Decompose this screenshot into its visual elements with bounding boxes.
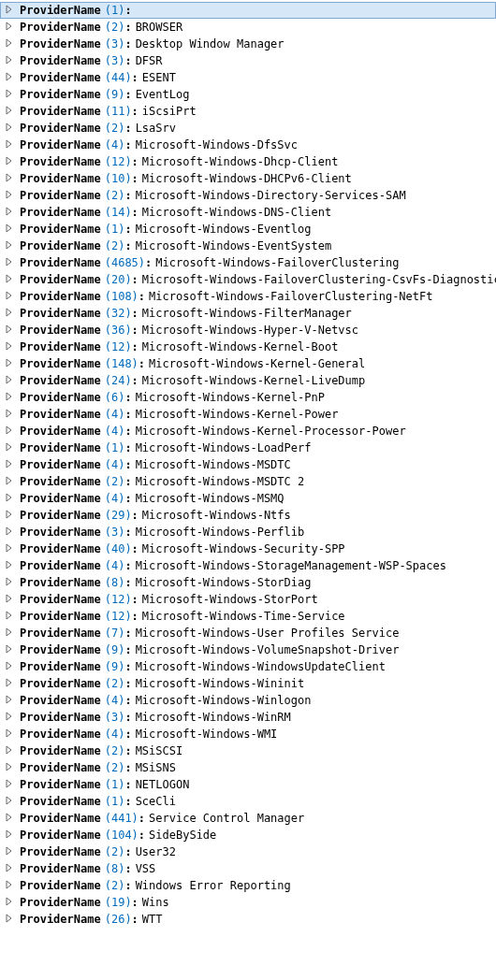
expand-icon[interactable] [5,712,16,723]
tree-row[interactable]: ProviderName(108):Microsoft-Windows-Fail… [0,288,496,305]
tree-row[interactable]: ProviderName(12):Microsoft-Windows-Time-… [0,608,496,625]
tree-row[interactable]: ProviderName(3):Desktop Window Manager [0,36,496,52]
tree-row[interactable]: ProviderName(11):iScsiPrt [0,103,496,120]
tree-row[interactable]: ProviderName(1): [0,2,496,19]
expand-icon[interactable] [5,627,16,639]
expand-icon[interactable] [5,594,16,605]
tree-row[interactable]: ProviderName(36):Microsoft-Windows-Hyper… [0,322,496,339]
tree-row[interactable]: ProviderName(24):Microsoft-Windows-Kerne… [0,372,496,389]
tree-row[interactable]: ProviderName(10):Microsoft-Windows-DHCPv… [0,170,496,187]
expand-icon[interactable] [5,392,16,403]
tree-row[interactable]: ProviderName(19):Wins [0,894,496,911]
expand-icon[interactable] [5,728,16,740]
expand-icon[interactable] [5,190,16,201]
tree-row[interactable]: ProviderName(9):Microsoft-Windows-Window… [0,658,496,675]
expand-icon[interactable] [5,106,16,117]
tree-row[interactable]: ProviderName(4):Microsoft-Windows-Storag… [0,557,496,574]
tree-row[interactable]: ProviderName(8):VSS [0,860,496,877]
tree-row[interactable]: ProviderName(26):WTT [0,911,496,928]
tree-row[interactable]: ProviderName(2):BROWSER [0,19,496,36]
expand-icon[interactable] [5,914,16,925]
tree-row[interactable]: ProviderName(104):SideBySide [0,827,496,843]
tree-row[interactable]: ProviderName(4):Microsoft-Windows-MSDTC [0,456,496,473]
expand-icon[interactable] [5,762,16,773]
expand-icon[interactable] [5,72,16,83]
tree-row[interactable]: ProviderName(6):Microsoft-Windows-Kernel… [0,389,496,406]
expand-icon[interactable] [5,661,16,672]
expand-icon[interactable] [5,425,16,437]
expand-icon[interactable] [5,459,16,470]
tree-row[interactable]: ProviderName(3):Microsoft-Windows-Perfli… [0,524,496,540]
expand-icon[interactable] [5,678,16,689]
tree-row[interactable]: ProviderName(4685):Microsoft-Windows-Fai… [0,254,496,271]
expand-icon[interactable] [5,173,16,184]
expand-icon[interactable] [5,341,16,353]
expand-icon[interactable] [5,375,16,386]
expand-icon[interactable] [5,5,16,16]
expand-icon[interactable] [5,560,16,571]
tree-row[interactable]: ProviderName(12):Microsoft-Windows-Dhcp-… [0,153,496,170]
tree-row[interactable]: ProviderName(1):NETLOGON [0,776,496,793]
tree-row[interactable]: ProviderName(2):Microsoft-Windows-MSDTC … [0,473,496,490]
tree-row[interactable]: ProviderName(14):Microsoft-Windows-DNS-C… [0,204,496,221]
tree-row[interactable]: ProviderName(4):Microsoft-Windows-Kernel… [0,423,496,440]
expand-icon[interactable] [5,510,16,521]
tree-row[interactable]: ProviderName(4):Microsoft-Windows-Kernel… [0,406,496,423]
expand-icon[interactable] [5,695,16,706]
expand-icon[interactable] [5,526,16,538]
expand-icon[interactable] [5,644,16,656]
expand-icon[interactable] [5,122,16,134]
tree-row[interactable]: ProviderName(40):Microsoft-Windows-Secur… [0,540,496,557]
expand-icon[interactable] [5,442,16,454]
tree-row[interactable]: ProviderName(12):Microsoft-Windows-Kerne… [0,339,496,355]
expand-icon[interactable] [5,813,16,824]
tree-row[interactable]: ProviderName(29):Microsoft-Windows-Ntfs [0,507,496,524]
expand-icon[interactable] [5,22,16,33]
tree-row[interactable]: ProviderName(1):Microsoft-Windows-Eventl… [0,221,496,238]
tree-row[interactable]: ProviderName(1):SceCli [0,793,496,810]
tree-row[interactable]: ProviderName(32):Microsoft-Windows-Filte… [0,305,496,322]
tree-row[interactable]: ProviderName(2):User32 [0,843,496,860]
expand-icon[interactable] [5,139,16,151]
tree-row[interactable]: ProviderName(20):Microsoft-Windows-Failo… [0,271,496,288]
tree-row[interactable]: ProviderName(3):DFSR [0,52,496,69]
tree-row[interactable]: ProviderName(3):Microsoft-Windows-WinRM [0,709,496,726]
expand-icon[interactable] [5,308,16,319]
tree-row[interactable]: ProviderName(4):Microsoft-Windows-MSMQ [0,490,496,507]
tree-row[interactable]: ProviderName(2):Windows Error Reporting [0,877,496,894]
tree-row[interactable]: ProviderName(2):LsaSrv [0,120,496,137]
expand-icon[interactable] [5,409,16,420]
expand-icon[interactable] [5,796,16,807]
tree-row[interactable]: ProviderName(4):Microsoft-Windows-WMI [0,726,496,742]
tree-row[interactable]: ProviderName(2):MSiSNS [0,759,496,776]
expand-icon[interactable] [5,240,16,252]
tree-row[interactable]: ProviderName(2):MSiSCSI [0,742,496,759]
expand-icon[interactable] [5,257,16,268]
tree-row[interactable]: ProviderName(2):Microsoft-Windows-EventS… [0,238,496,254]
expand-icon[interactable] [5,476,16,487]
expand-icon[interactable] [5,324,16,336]
tree-row[interactable]: ProviderName(2):Microsoft-Windows-Direct… [0,187,496,204]
expand-icon[interactable] [5,274,16,285]
expand-icon[interactable] [5,829,16,841]
expand-icon[interactable] [5,89,16,100]
expand-icon[interactable] [5,55,16,66]
tree-row[interactable]: ProviderName(1):Microsoft-Windows-LoadPe… [0,440,496,456]
tree-row[interactable]: ProviderName(9):EventLog [0,86,496,103]
expand-icon[interactable] [5,779,16,790]
expand-icon[interactable] [5,880,16,891]
tree-row[interactable]: ProviderName(4):Microsoft-Windows-DfsSvc [0,137,496,153]
expand-icon[interactable] [5,223,16,235]
tree-row[interactable]: ProviderName(8):Microsoft-Windows-StorDi… [0,574,496,591]
expand-icon[interactable] [5,745,16,757]
tree-row[interactable]: ProviderName(12):Microsoft-Windows-StorP… [0,591,496,608]
expand-icon[interactable] [5,897,16,908]
tree-row[interactable]: ProviderName(9):Microsoft-Windows-Volume… [0,641,496,658]
expand-icon[interactable] [5,207,16,218]
expand-icon[interactable] [5,846,16,858]
expand-icon[interactable] [5,543,16,555]
expand-icon[interactable] [5,577,16,588]
tree-row[interactable]: ProviderName(148):Microsoft-Windows-Kern… [0,355,496,372]
expand-icon[interactable] [5,611,16,622]
expand-icon[interactable] [5,358,16,369]
